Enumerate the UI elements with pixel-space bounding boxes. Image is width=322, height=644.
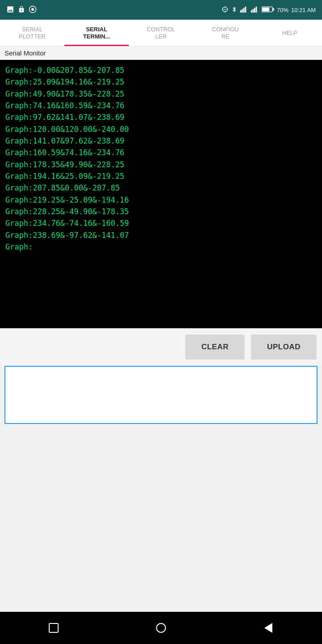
spacer <box>0 424 322 612</box>
terminal-line: Graph:49.90&178.35&-228.25 <box>5 88 317 100</box>
upload-button[interactable]: UPLOAD <box>251 335 317 360</box>
time-display: 10:21 AM <box>291 7 316 13</box>
svg-point-3 <box>225 8 226 10</box>
svg-rect-8 <box>240 10 242 12</box>
terminal-line: Graph:120.00&120.00&-240.00 <box>5 123 317 135</box>
status-left-icons <box>6 5 37 15</box>
lock-icon <box>18 5 25 15</box>
terminal-line: Graph:234.76&-74.16&-160.59 <box>5 217 317 229</box>
signal1-icon <box>240 6 248 14</box>
status-right-icons: 70% 10:21 AM <box>221 5 316 15</box>
terminal-line: Graph:74.16&160.59&-234.76 <box>5 100 317 111</box>
svg-rect-10 <box>243 8 245 13</box>
tab-controller[interactable]: CONTROL LER <box>129 20 193 46</box>
photo-icon <box>6 5 14 15</box>
signal2-icon <box>251 6 259 14</box>
terminal-line: Graph:178.35&49.90&-228.25 <box>5 159 317 170</box>
button-row: CLEAR UPLOAD <box>0 328 322 366</box>
terminal-line: Graph: <box>5 241 317 253</box>
svg-rect-17 <box>273 8 274 11</box>
terminal-line: Graph:238.69&-97.62&-141.07 <box>5 229 317 241</box>
android-nav-bar <box>0 612 322 644</box>
terminal-line: Graph:194.16&25.09&-219.25 <box>5 170 317 182</box>
terminal-line: Graph:141.07&97.62&-238.69 <box>5 135 317 147</box>
svg-rect-11 <box>245 6 246 13</box>
svg-rect-14 <box>254 8 255 13</box>
svg-rect-15 <box>256 6 257 13</box>
tab-bar: SERIAL PLOTTER SERIAL TERMIN... CONTROL … <box>0 20 322 47</box>
battery-percent: 70% <box>277 7 288 13</box>
svg-rect-18 <box>262 7 269 11</box>
gps-icon <box>221 5 229 15</box>
serial-input-area[interactable] <box>4 366 318 424</box>
tab-configure[interactable]: CONFIGU RE <box>193 20 258 46</box>
status-bar: 70% 10:21 AM <box>0 0 322 20</box>
svg-rect-12 <box>251 10 252 12</box>
svg-rect-13 <box>253 9 254 13</box>
target-icon <box>29 5 37 15</box>
nav-home-button[interactable] <box>153 620 169 636</box>
bluetooth-icon <box>231 5 237 15</box>
serial-input[interactable] <box>5 367 317 423</box>
svg-rect-9 <box>242 9 243 13</box>
battery-icon <box>262 6 274 14</box>
tab-serial-plotter[interactable]: SERIAL PLOTTER <box>0 20 64 46</box>
terminal-line: Graph:97.62&141.07&-238.69 <box>5 111 317 123</box>
nav-recents-button[interactable] <box>46 620 61 636</box>
nav-back-button[interactable] <box>261 620 276 636</box>
terminal-line: Graph:25.09&194.16&-219.25 <box>5 76 317 88</box>
tab-help[interactable]: HELP <box>258 20 322 46</box>
tab-serial-terminal[interactable]: SERIAL TERMIN... <box>64 20 129 46</box>
terminal-output: Graph:-0.00&207.85&-207.85Graph:25.09&19… <box>0 60 322 328</box>
terminal-line: Graph:219.25&-25.09&-194.16 <box>5 194 317 206</box>
terminal-line: Graph:207.85&0.00&-207.85 <box>5 182 317 194</box>
terminal-line: Graph:228.25&-49.90&-178.35 <box>5 206 317 217</box>
svg-point-1 <box>31 8 34 11</box>
terminal-line: Graph:160.59&74.16&-234.76 <box>5 147 317 158</box>
clear-button[interactable]: CLEAR <box>185 335 245 360</box>
section-label: Serial Monitor <box>0 47 322 60</box>
terminal-line: Graph:-0.00&207.85&-207.85 <box>5 64 317 76</box>
